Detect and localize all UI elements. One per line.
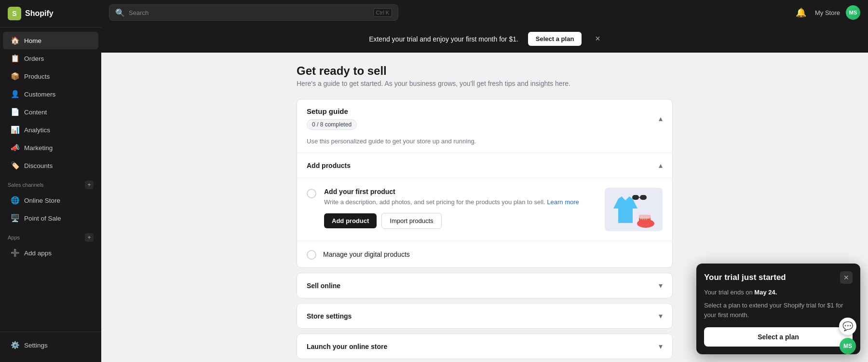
sidebar-item-content[interactable]: 📄Content: [3, 103, 98, 121]
first-product-actions: Add product Import products: [324, 213, 597, 229]
user-store-name[interactable]: My Store: [815, 9, 840, 16]
setup-guide-header-left: Setup guide 0 / 8 completed: [307, 107, 357, 130]
sell-online-header[interactable]: Sell online ▾: [297, 273, 672, 298]
sidebar-item-home[interactable]: 🏠Home: [3, 32, 98, 49]
setup-guide-header[interactable]: Setup guide 0 / 8 completed ▴: [297, 99, 672, 138]
store-settings-chevron: ▾: [659, 311, 663, 320]
sidebar: S Shopify 🏠Home📋Orders📦Products👤Customer…: [0, 0, 101, 362]
trial-ends-text: Your trial ends on May 24.: [704, 289, 853, 296]
sidebar-header: S Shopify: [0, 0, 101, 28]
svg-rect-2: [618, 209, 633, 223]
online-store-icon: 🌐: [11, 196, 19, 205]
add-first-product-item: Add your first product Write a descripti…: [297, 178, 672, 241]
sidebar-item-discounts[interactable]: 🏷️Discounts: [3, 157, 98, 174]
orders-icon: 📋: [11, 54, 19, 63]
sidebar-label-orders: Orders: [24, 55, 44, 62]
sidebar-label-online-store: Online Store: [24, 197, 60, 204]
products-icon: 📦: [11, 72, 19, 81]
sidebar-item-online-store[interactable]: 🌐Online Store: [3, 192, 98, 209]
chat-bubble-icon[interactable]: 💬: [839, 318, 856, 335]
first-product-title: Add your first product: [324, 188, 597, 195]
topbar: 🔍 Ctrl K 🔔 My Store MS: [101, 0, 868, 25]
sidebar-label-discounts: Discounts: [24, 162, 53, 169]
add-products-header[interactable]: Add products ▴: [297, 153, 672, 178]
first-product-content: Add your first product Write a descripti…: [324, 188, 597, 229]
trial-popup-close-button[interactable]: ✕: [840, 271, 853, 284]
setup-guide-title: Setup guide: [307, 107, 357, 115]
search-shortcut: Ctrl K: [373, 8, 393, 17]
add-products-title: Add products: [307, 162, 351, 169]
sidebar-label-customers: Customers: [24, 91, 55, 98]
sell-online-card: Sell online ▾: [297, 273, 673, 298]
banner-text: Extend your trial and enjoy your first m…: [369, 35, 518, 43]
banner-select-plan-button[interactable]: Select a plan: [528, 32, 582, 46]
add-apps-section-button[interactable]: +: [85, 233, 94, 242]
import-products-button[interactable]: Import products: [381, 213, 441, 229]
user-avatar[interactable]: MS: [846, 5, 860, 20]
page-subtitle: Here's a guide to get started. As your b…: [297, 80, 673, 87]
sales-channels-section: Sales channels +: [0, 175, 101, 191]
add-sales-channel-button[interactable]: +: [85, 181, 94, 189]
product-svg: [607, 189, 660, 230]
launch-store-title: Launch your online store: [307, 343, 387, 350]
bell-icon[interactable]: 🔔: [793, 4, 809, 21]
svg-rect-4: [640, 195, 647, 200]
content-icon: 📄: [11, 108, 19, 116]
svg-rect-3: [632, 195, 639, 200]
trial-popup-description: Select a plan to extend your Shopify tri…: [704, 301, 853, 320]
setup-guide-card: Setup guide 0 / 8 completed ▴ Use this p…: [297, 99, 673, 268]
trial-popup-title: Your trial just started: [704, 273, 786, 282]
analytics-icon: 📊: [11, 125, 19, 134]
store-settings-card: Store settings ▾: [297, 303, 673, 329]
trial-popup-select-plan-button[interactable]: Select a plan: [704, 327, 853, 347]
point-of-sale-icon: 🖥️: [11, 214, 19, 223]
customers-icon: 👤: [11, 90, 19, 98]
manage-digital-checkbox[interactable]: [307, 250, 316, 260]
home-icon: 🏠: [11, 36, 19, 45]
sidebar-label-products: Products: [24, 73, 50, 80]
marketing-icon: 📣: [11, 143, 19, 152]
sidebar-label-marketing: Marketing: [24, 144, 53, 152]
banner-close-button[interactable]: ×: [595, 34, 600, 44]
chat-area: 💬 MS: [839, 318, 856, 354]
sidebar-item-settings[interactable]: ⚙️ Settings: [3, 336, 98, 354]
store-settings-header[interactable]: Store settings ▾: [297, 304, 672, 328]
first-product-checkbox[interactable]: [307, 189, 316, 198]
launch-store-header[interactable]: Launch your online store ▾: [297, 334, 672, 359]
setup-guide-chevron: ▴: [659, 114, 663, 123]
page-body: Get ready to sell Here's a guide to get …: [277, 53, 692, 362]
sidebar-item-add-apps[interactable]: ➕Add apps: [3, 244, 98, 262]
chat-user-avatar[interactable]: MS: [840, 338, 856, 354]
sidebar-item-point-of-sale[interactable]: 🖥️Point of Sale: [3, 209, 98, 227]
sidebar-label-analytics: Analytics: [24, 126, 50, 134]
sidebar-item-products[interactable]: 📦Products: [3, 68, 98, 85]
search-bar[interactable]: 🔍 Ctrl K: [109, 4, 398, 21]
product-illustration: [605, 188, 663, 231]
trial-popup-header: Your trial just started ✕: [696, 264, 860, 284]
sidebar-item-customers[interactable]: 👤Customers: [3, 85, 98, 103]
settings-icon: ⚙️: [11, 341, 19, 349]
add-products-section: Add products ▴ Add your first product Wr…: [297, 153, 672, 267]
setup-progress-badge: 0 / 8 completed: [307, 119, 357, 130]
manage-digital-item[interactable]: Manage your digital products: [297, 241, 672, 267]
sidebar-label-content: Content: [24, 109, 47, 116]
launch-store-chevron: ▾: [659, 342, 663, 351]
trial-popup: Your trial just started ✕ Your trial end…: [696, 264, 860, 354]
trial-banner: Extend your trial and enjoy your first m…: [101, 25, 868, 53]
sidebar-nav: 🏠Home📋Orders📦Products👤Customers📄Content📊…: [0, 28, 101, 332]
learn-more-link[interactable]: Learn more: [547, 198, 579, 206]
sidebar-item-orders[interactable]: 📋Orders: [3, 50, 98, 67]
trial-popup-body: Your trial ends on May 24. Select a plan…: [696, 284, 860, 354]
search-icon: 🔍: [115, 8, 125, 17]
sidebar-label-home: Home: [24, 37, 41, 44]
store-settings-title: Store settings: [307, 312, 352, 320]
sidebar-item-marketing[interactable]: 📣Marketing: [3, 139, 98, 156]
sidebar-label-point-of-sale: Point of Sale: [24, 215, 61, 222]
shopify-logo-icon: S: [8, 7, 21, 20]
sidebar-bottom: ⚙️ Settings: [0, 332, 101, 362]
search-input[interactable]: [129, 9, 369, 16]
setup-guide-description: Use this personalized guide to get your …: [297, 138, 672, 153]
sidebar-item-analytics[interactable]: 📊Analytics: [3, 121, 98, 139]
add-product-button[interactable]: Add product: [324, 213, 377, 228]
first-product-desc: Write a description, add photos, and set…: [324, 197, 597, 207]
